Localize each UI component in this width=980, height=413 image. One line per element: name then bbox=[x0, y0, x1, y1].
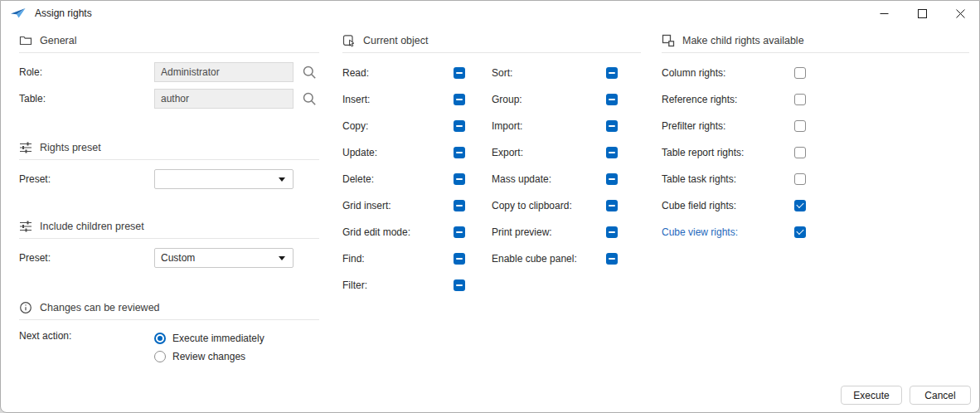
print-preview-checkbox[interactable] bbox=[606, 226, 618, 238]
rights-row: Read: Sort: bbox=[342, 60, 641, 86]
dropdown-value: Custom bbox=[161, 252, 279, 264]
copy-label: Copy: bbox=[342, 120, 454, 132]
rights-row: Cube view rights: bbox=[662, 219, 969, 245]
section-title: Changes can be reviewed bbox=[40, 302, 160, 313]
cancel-button[interactable]: Cancel bbox=[910, 386, 971, 405]
current-object-section: Current object Read: Sort: Insert: Group… bbox=[342, 34, 641, 299]
include-children-header: Include children preset bbox=[19, 220, 319, 239]
grid-insert-checkbox[interactable] bbox=[454, 200, 465, 211]
assign-rights-dialog: Assign rights General Role: bbox=[0, 0, 980, 413]
export-checkbox[interactable] bbox=[606, 147, 618, 158]
insert-checkbox[interactable] bbox=[454, 94, 465, 105]
table-label: Table: bbox=[19, 93, 154, 104]
child-rights-section: Make child rights available Column right… bbox=[662, 34, 969, 245]
next-action-label: Next action: bbox=[19, 330, 154, 365]
rights-row: Cube field rights: bbox=[662, 192, 969, 219]
rights-row: Grid insert: Copy to clipboard: bbox=[342, 192, 641, 219]
role-search-icon[interactable] bbox=[301, 64, 318, 80]
table-input[interactable] bbox=[154, 89, 294, 109]
group-label: Group: bbox=[492, 94, 606, 105]
read-label: Read: bbox=[342, 67, 454, 79]
column-rights-checkbox[interactable] bbox=[794, 67, 806, 79]
print-preview-label: Print preview: bbox=[492, 226, 606, 238]
grid-insert-label: Grid insert: bbox=[342, 200, 454, 211]
rights-preset-header: Rights preset bbox=[19, 141, 319, 160]
import-label: Import: bbox=[492, 120, 606, 132]
group-checkbox[interactable] bbox=[606, 94, 618, 105]
execute-button[interactable]: Execute bbox=[841, 386, 902, 405]
sort-checkbox[interactable] bbox=[606, 67, 618, 79]
enable-cube-panel-label: Enable cube panel: bbox=[492, 253, 606, 265]
rights-row: Delete: Mass update: bbox=[342, 166, 641, 192]
paper-plane-icon bbox=[10, 7, 27, 20]
find-label: Find: bbox=[342, 253, 454, 265]
radio-label: Review changes bbox=[172, 351, 245, 362]
export-label: Export: bbox=[492, 147, 606, 158]
read-checkbox[interactable] bbox=[454, 67, 465, 79]
column-rights-label: Column rights: bbox=[662, 67, 794, 79]
copy-to-clipboard-label: Copy to clipboard: bbox=[492, 200, 606, 211]
grid-edit-mode-checkbox[interactable] bbox=[454, 226, 465, 238]
rights-row: Reference rights: bbox=[662, 86, 969, 113]
table-task-rights-checkbox[interactable] bbox=[794, 173, 806, 185]
mass-update-checkbox[interactable] bbox=[606, 173, 618, 185]
child-rights-rows: Column rights: Reference rights: Prefilt… bbox=[662, 60, 969, 245]
minimize-button[interactable] bbox=[865, 1, 903, 26]
table-task-rights-label: Table task rights: bbox=[662, 173, 794, 185]
copy-checkbox[interactable] bbox=[454, 120, 465, 132]
enable-cube-panel-checkbox[interactable] bbox=[606, 253, 618, 265]
delete-label: Delete: bbox=[342, 173, 454, 185]
include-children-preset-dropdown[interactable]: Custom bbox=[154, 248, 294, 268]
table-report-rights-label: Table report rights: bbox=[662, 147, 794, 158]
section-title: Current object bbox=[363, 35, 429, 46]
role-input[interactable] bbox=[154, 62, 294, 82]
reference-rights-checkbox[interactable] bbox=[794, 94, 806, 105]
rights-row: Find: Enable cube panel: bbox=[342, 245, 641, 272]
delete-checkbox[interactable] bbox=[454, 173, 465, 185]
rights-preset-dropdown[interactable] bbox=[154, 169, 294, 189]
prefilter-rights-label: Prefilter rights: bbox=[662, 120, 794, 132]
general-section: General Role: Table: bbox=[19, 34, 319, 109]
title-bar: Assign rights bbox=[1, 1, 979, 26]
execute-immediately-radio[interactable] bbox=[154, 333, 166, 344]
radio-option[interactable]: Execute immediately bbox=[154, 330, 264, 347]
rights-row: Table task rights: bbox=[662, 166, 969, 192]
rights-row: Update: Export: bbox=[342, 139, 641, 166]
general-header: General bbox=[19, 34, 319, 53]
rights-row: Prefilter rights: bbox=[662, 113, 969, 139]
child-rights-header: Make child rights available bbox=[662, 34, 969, 53]
current-object-rows: Read: Sort: Insert: Group: Copy: Import:… bbox=[342, 60, 641, 299]
rights-row: Copy: Import: bbox=[342, 113, 641, 139]
rights-row: Table report rights: bbox=[662, 139, 969, 166]
sliders-icon bbox=[19, 141, 32, 154]
info-icon bbox=[19, 301, 32, 314]
find-checkbox[interactable] bbox=[454, 253, 465, 265]
preset-label: Preset: bbox=[19, 252, 154, 264]
cube-view-rights-checkbox[interactable] bbox=[794, 226, 806, 238]
changes-section: Changes can be reviewed Next action: Exe… bbox=[19, 301, 319, 365]
close-button[interactable] bbox=[941, 1, 979, 26]
table-report-rights-checkbox[interactable] bbox=[794, 147, 806, 158]
object-select-icon bbox=[342, 34, 356, 47]
prefilter-rights-checkbox[interactable] bbox=[794, 120, 806, 132]
radio-option[interactable]: Review changes bbox=[154, 348, 264, 365]
include-children-preset-section: Include children preset Preset: Custom bbox=[19, 220, 319, 268]
section-title: Include children preset bbox=[40, 221, 144, 232]
copy-to-clipboard-checkbox[interactable] bbox=[606, 200, 618, 211]
next-action-radio-group: Execute immediately Review changes bbox=[154, 330, 264, 365]
cube-field-rights-checkbox[interactable] bbox=[794, 200, 806, 211]
review-changes-radio[interactable] bbox=[154, 351, 166, 362]
section-title: General bbox=[40, 35, 76, 46]
section-title: Make child rights available bbox=[682, 35, 804, 46]
filter-checkbox[interactable] bbox=[454, 279, 465, 291]
import-checkbox[interactable] bbox=[606, 120, 618, 132]
rights-row: Insert: Group: bbox=[342, 86, 641, 113]
role-label: Role: bbox=[19, 66, 154, 78]
table-search-icon[interactable] bbox=[301, 90, 318, 107]
table-row: Table: bbox=[19, 89, 319, 109]
filter-label: Filter: bbox=[342, 279, 454, 291]
chevron-down-icon bbox=[279, 177, 285, 182]
maximize-button[interactable] bbox=[903, 1, 941, 26]
update-checkbox[interactable] bbox=[454, 147, 465, 158]
rights-row: Column rights: bbox=[662, 60, 969, 86]
